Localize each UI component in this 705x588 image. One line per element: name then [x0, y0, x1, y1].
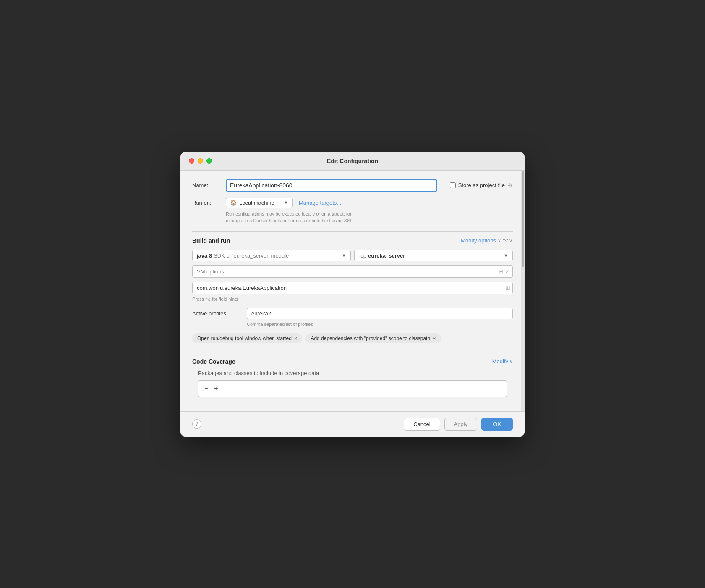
active-profiles-label: Active profiles: [192, 310, 247, 317]
tags-row: Open run/debug tool window when started … [192, 333, 513, 343]
store-as-project-file-checkbox[interactable] [450, 182, 456, 188]
modify-chevron-icon: ∨ [509, 359, 513, 364]
cp-dropdown-arrow-icon: ▼ [504, 253, 508, 258]
packages-label: Packages and classes to include in cover… [198, 370, 513, 376]
fullscreen-icon[interactable]: ⤢ [505, 268, 510, 275]
dialog-body: Name: Store as project file ⚙ Run on: 🏠 … [180, 171, 525, 411]
tag-open-run-debug-close[interactable]: × [294, 336, 298, 341]
build-and-run-section-header: Build and run Modify options ∨ ⌥M [192, 237, 513, 244]
scrollbar[interactable] [521, 171, 525, 411]
modify-options-shortcut: ⌥M [503, 238, 513, 244]
build-and-run-title: Build and run [192, 237, 230, 244]
cp-value: eureka_server [368, 252, 405, 259]
run-on-dropdown[interactable]: 🏠 Local machine ▼ [226, 198, 293, 208]
add-coverage-button[interactable]: + [212, 383, 219, 394]
tag-add-dependencies-close[interactable]: × [433, 336, 436, 341]
code-coverage-section: Code Coverage Modify ∨ Packages and clas… [192, 352, 513, 397]
run-on-row: Run on: 🏠 Local machine ▼ Manage targets… [192, 198, 513, 208]
chevron-down-icon: ∨ [498, 238, 501, 243]
modify-options-label: Modify options [461, 237, 496, 244]
remove-coverage-button[interactable]: − [203, 383, 210, 394]
tag-open-run-debug-label: Open run/debug tool window when started [197, 336, 292, 341]
profiles-hint: Comma separated list of profiles [247, 322, 513, 327]
manage-targets-link[interactable]: Manage targets... [299, 200, 341, 206]
run-on-label: Run on: [192, 200, 226, 206]
tag-open-run-debug: Open run/debug tool window when started … [192, 333, 302, 343]
dialog-title: Edit Configuration [189, 158, 516, 164]
field-hint: Press ⌥ for field hints [192, 297, 513, 302]
expand-icon[interactable]: ⊞ [499, 268, 504, 275]
vm-options-input[interactable] [192, 265, 513, 278]
code-coverage-title: Code Coverage [192, 358, 235, 365]
local-machine-icon: 🏠 [230, 200, 237, 206]
modify-link[interactable]: Modify ∨ [492, 358, 513, 364]
run-hint: Run configurations may be executed local… [226, 211, 513, 224]
sdk-row: java 8 SDK of 'eureka_server' module ▼ -… [192, 250, 513, 261]
edit-configuration-dialog: Edit Configuration Name: Store as projec… [180, 152, 525, 437]
coverage-toolbar: − + [198, 380, 507, 397]
sdk-dropdown-arrow-icon: ▼ [342, 253, 346, 258]
scrollbar-thumb [522, 171, 524, 267]
footer-buttons: Cancel Apply OK [404, 418, 513, 431]
divider [192, 231, 513, 232]
traffic-lights [189, 158, 212, 164]
modify-options-button[interactable]: Modify options ∨ ⌥M [461, 237, 513, 244]
vm-options-row: ⊞ ⤢ [192, 265, 513, 278]
name-input[interactable] [226, 179, 437, 192]
dropdown-arrow-icon: ▼ [284, 200, 288, 205]
apply-button[interactable]: Apply [444, 418, 478, 431]
cp-dropdown[interactable]: -cp eureka_server ▼ [354, 250, 513, 261]
main-class-row: ⊞ [192, 282, 513, 294]
cp-prefix: -cp [359, 252, 366, 259]
sdk-dropdown[interactable]: java 8 SDK of 'eureka_server' module ▼ [192, 250, 351, 261]
dialog-footer: ? Cancel Apply OK [180, 411, 525, 437]
ok-button[interactable]: OK [481, 418, 513, 431]
tag-add-dependencies: Add dependencies with "provided" scope t… [306, 333, 441, 343]
close-button[interactable] [189, 158, 194, 164]
help-button[interactable]: ? [192, 419, 201, 429]
maximize-button[interactable] [206, 158, 212, 164]
tag-add-dependencies-label: Add dependencies with "provided" scope t… [311, 336, 430, 341]
active-profiles-input[interactable] [247, 308, 513, 319]
gear-icon[interactable]: ⚙ [507, 182, 513, 189]
code-coverage-header: Code Coverage Modify ∨ [192, 358, 513, 365]
active-profiles-row: Active profiles: [192, 308, 513, 319]
main-class-input[interactable] [192, 282, 513, 294]
run-on-value: Local machine [239, 200, 274, 206]
main-class-icons: ⊞ [505, 284, 510, 291]
sdk-description: SDK of 'eureka_server' module [214, 252, 289, 259]
store-as-project-file-label: Store as project file [458, 182, 505, 188]
minimize-button[interactable] [198, 158, 203, 164]
vm-options-icons: ⊞ ⤢ [499, 268, 510, 275]
name-row: Name: Store as project file ⚙ [192, 179, 513, 192]
browse-icon[interactable]: ⊞ [505, 284, 510, 291]
cancel-button[interactable]: Cancel [404, 418, 440, 431]
name-label: Name: [192, 182, 226, 188]
title-bar: Edit Configuration [180, 152, 525, 171]
modify-label: Modify [492, 358, 508, 364]
store-as-project-file-area: Store as project file ⚙ [450, 182, 513, 189]
sdk-java-version: java 8 [197, 252, 212, 259]
